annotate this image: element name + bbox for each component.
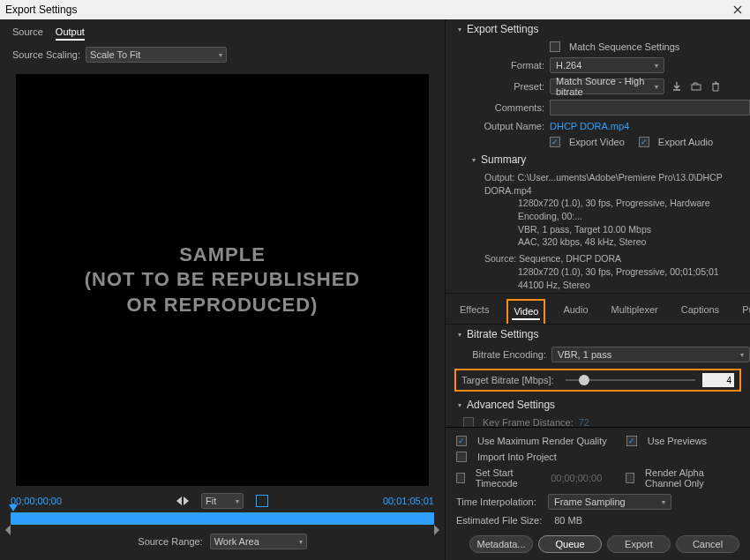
advanced-settings-heading[interactable]: ▾ Advanced Settings [446, 395, 750, 414]
svg-rect-0 [692, 85, 701, 90]
match-sequence-checkbox[interactable] [550, 41, 560, 52]
delete-preset-icon[interactable] [709, 80, 723, 93]
render-alpha-label: Render Alpha Channel Only [645, 467, 739, 489]
source-scaling-label: Source Scaling: [12, 49, 80, 60]
window-title: Export Settings [5, 4, 77, 16]
bitrate-encoding-label: Bitrate Encoding: [463, 349, 551, 360]
chevron-down-icon: ▾ [458, 401, 461, 409]
summary-source: Source: Sequence, DHCP DORA 1280x720 (1.… [446, 250, 750, 293]
zoom-fit-select[interactable]: Fit ▾ [201, 493, 244, 509]
set-start-tc-label: Set Start Timecode [476, 467, 540, 489]
save-preset-icon[interactable] [670, 80, 684, 93]
video-preview: SAMPLE (NOT TO BE REPUBLISHED OR REPRODU… [16, 74, 429, 486]
chevron-down-icon: ▾ [299, 538, 303, 546]
est-size-value: 80 MB [554, 515, 582, 526]
chevron-down-icon: ▾ [458, 26, 461, 34]
keyframe-distance-value: 72 [579, 417, 589, 427]
timeline-track[interactable] [11, 512, 434, 525]
export-audio-checkbox[interactable] [639, 137, 649, 147]
source-range-value: Work Area [214, 536, 259, 547]
bitrate-encoding-value: VBR, 1 pass [558, 349, 611, 360]
close-icon[interactable] [731, 3, 745, 17]
export-settings-heading[interactable]: ▾ Export Settings [446, 19, 750, 39]
preview-text-2: (NOT TO BE REPUBLISHED [85, 267, 361, 293]
slider-knob[interactable] [579, 375, 589, 385]
import-project-checkbox[interactable] [456, 452, 467, 462]
est-size-label: Estimated File Size: [456, 515, 542, 526]
chevron-down-icon: ▾ [458, 331, 461, 339]
import-preset-icon[interactable] [689, 80, 703, 93]
preset-label: Preset: [472, 81, 550, 92]
chevron-down-icon: ▾ [655, 62, 658, 70]
tab-captions[interactable]: Captions [676, 299, 724, 324]
source-scaling-select[interactable]: Scale To Fit ▾ [86, 47, 227, 63]
target-bitrate-slider[interactable] [566, 379, 695, 381]
timecode-out[interactable]: 00;01;05;01 [383, 496, 434, 506]
target-bitrate-row: Target Bitrate [Mbps]: 4 [454, 369, 741, 392]
bitrate-heading-label: Bitrate Settings [467, 328, 538, 340]
step-back-icon[interactable] [176, 497, 189, 505]
aspect-crop-icon[interactable] [256, 495, 268, 507]
comments-label: Comments: [472, 102, 550, 113]
keyframe-distance-label: Key Frame Distance: [483, 417, 574, 427]
in-handle-icon[interactable] [5, 525, 11, 535]
export-settings-label: Export Settings [467, 23, 538, 35]
render-alpha-checkbox[interactable] [626, 473, 634, 483]
output-name-link[interactable]: DHCP DORA.mp4 [550, 121, 629, 131]
tab-multiplexer[interactable]: Multiplexer [606, 299, 664, 324]
match-sequence-label: Match Sequence Settings [569, 41, 679, 52]
summary-label: Summary [481, 153, 526, 166]
source-range-select[interactable]: Work Area ▾ [210, 534, 307, 549]
cancel-button[interactable]: Cancel [676, 535, 739, 553]
set-start-tc-checkbox[interactable] [456, 473, 465, 483]
source-range-label: Source Range: [138, 536, 202, 547]
queue-button[interactable]: Queue [538, 535, 602, 553]
target-bitrate-label: Target Bitrate [Mbps]: [461, 375, 559, 385]
settings-pane: ▾ Export Settings Match Sequence Setting… [446, 19, 750, 560]
preset-value: Match Source - High bitrate [556, 76, 655, 97]
export-video-label: Export Video [569, 137, 625, 147]
summary-heading[interactable]: ▾ Summary [446, 150, 750, 169]
time-interp-label: Time Interpolation: [456, 497, 541, 507]
metadata-button[interactable]: Metadata... [469, 535, 533, 553]
tab-effects[interactable]: Effects [454, 299, 494, 324]
export-video-checkbox[interactable] [550, 137, 560, 147]
tab-publish[interactable]: Publish [737, 299, 750, 324]
use-max-render-checkbox[interactable] [456, 436, 467, 446]
chevron-down-icon: ▾ [655, 83, 658, 91]
use-previews-checkbox[interactable] [626, 436, 637, 446]
out-handle-icon[interactable] [434, 525, 439, 535]
keyframe-distance-checkbox[interactable] [463, 417, 474, 427]
bitrate-settings-heading[interactable]: ▾ Bitrate Settings [446, 325, 750, 344]
chevron-down-icon: ▾ [219, 51, 222, 59]
format-select[interactable]: H.264 ▾ [550, 57, 664, 73]
tab-audio[interactable]: Audio [558, 299, 593, 324]
start-tc-value: 00;00;00;00 [551, 473, 602, 483]
tab-video[interactable]: Video [506, 299, 545, 324]
output-name-label: Output Name: [472, 121, 550, 131]
time-interp-value: Frame Sampling [554, 497, 626, 507]
preview-text-1: SAMPLE [85, 243, 361, 268]
comments-input[interactable] [550, 100, 750, 116]
advanced-heading-label: Advanced Settings [467, 399, 555, 411]
zoom-fit-value: Fit [206, 496, 216, 506]
format-label: Format: [472, 60, 550, 71]
target-bitrate-input[interactable]: 4 [702, 373, 734, 387]
bitrate-encoding-select[interactable]: VBR, 1 pass ▾ [551, 347, 750, 362]
format-value: H.264 [556, 60, 581, 71]
time-interp-select[interactable]: Frame Sampling ▾ [548, 494, 671, 510]
timecode-in[interactable]: 00;00;00;00 [11, 496, 62, 506]
use-max-render-label: Use Maximum Render Quality [477, 436, 607, 446]
tab-output[interactable]: Output [56, 26, 85, 41]
preview-text-3: OR REPRODUCED) [85, 293, 361, 318]
source-scaling-value: Scale To Fit [90, 49, 140, 60]
tab-source[interactable]: Source [12, 26, 43, 41]
chevron-down-icon: ▾ [740, 351, 744, 359]
chevron-down-icon: ▾ [236, 497, 239, 505]
preset-select[interactable]: Match Source - High bitrate ▾ [550, 78, 664, 94]
import-project-label: Import Into Project [477, 452, 557, 462]
export-audio-label: Export Audio [658, 137, 713, 147]
titlebar: Export Settings [0, 0, 750, 19]
use-previews-label: Use Previews [648, 436, 707, 446]
export-button[interactable]: Export [607, 535, 671, 553]
